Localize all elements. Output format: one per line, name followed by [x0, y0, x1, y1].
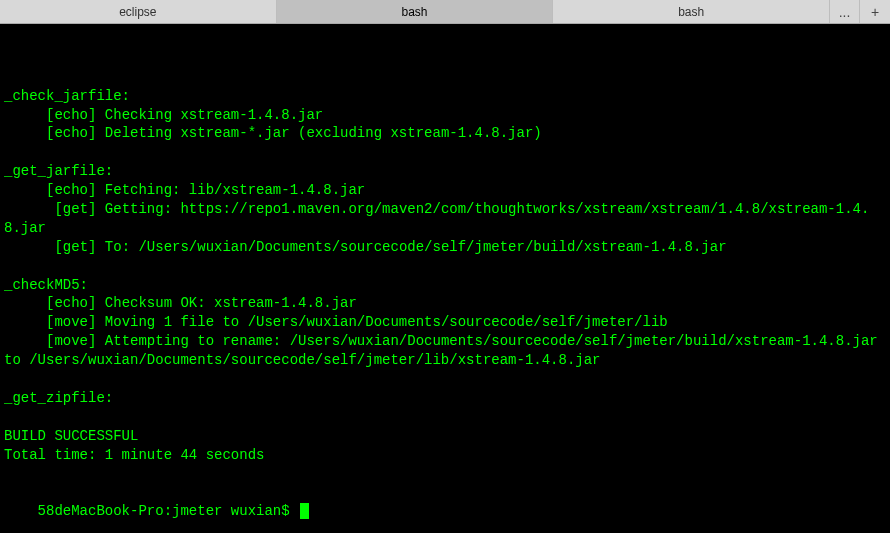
terminal-output: _check_jarfile: [echo] Checking xstream-…: [4, 68, 886, 465]
terminal-area[interactable]: _check_jarfile: [echo] Checking xstream-…: [0, 24, 890, 533]
tab-bash[interactable]: bash: [553, 0, 830, 23]
tab-label: eclipse: [119, 5, 156, 19]
tab-eclipse[interactable]: eclipse: [0, 0, 277, 23]
cursor-block: [300, 503, 309, 519]
terminal-prompt: 58deMacBook-Pro:jmeter wuxian$: [38, 503, 298, 519]
tab-label: bash: [678, 5, 704, 19]
tab-bar: eclipse bash bash ... +: [0, 0, 890, 24]
ellipsis-icon: ...: [839, 4, 851, 20]
tabs-more-button[interactable]: ...: [830, 0, 860, 23]
plus-icon: +: [871, 4, 879, 20]
tabs-add-button[interactable]: +: [860, 0, 890, 23]
tab-bash-active[interactable]: bash: [277, 0, 554, 23]
tab-label: bash: [401, 5, 427, 19]
